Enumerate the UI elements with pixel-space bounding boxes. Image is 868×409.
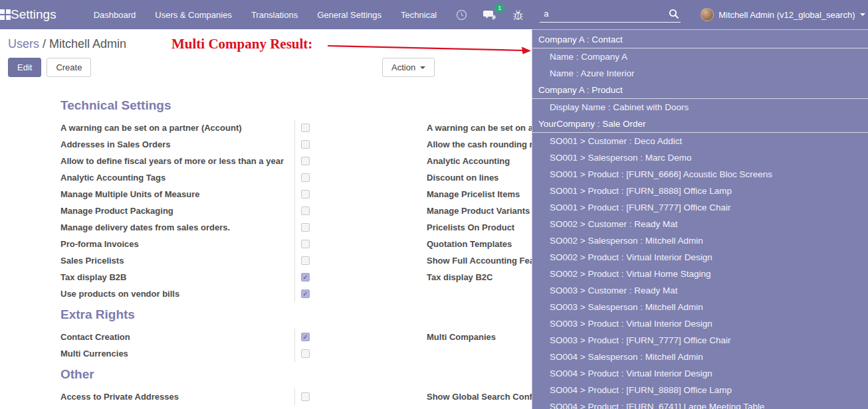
caret-down-icon — [860, 13, 865, 16]
apps-grid-icon — [0, 9, 11, 20]
setting-label: Multi Currencies — [60, 349, 294, 359]
search-result-item[interactable]: SO004 > Salesperson : Mitchell Admin — [532, 349, 868, 365]
setting-label: Manage delivery dates from sales orders. — [60, 222, 294, 232]
menu-item-users-companies[interactable]: Users & Companies — [155, 10, 232, 20]
row-divider — [294, 329, 295, 345]
row-divider — [294, 136, 295, 153]
setting-label: Pro-forma Invoices — [60, 239, 294, 249]
search-result-item[interactable]: SO003 > Product : Virtual Interior Desig… — [532, 315, 868, 332]
search-result-item[interactable]: SO001 > Salesperson : Marc Demo — [532, 149, 868, 166]
setting-row: Manage Product Packaging — [60, 203, 427, 219]
search-result-item[interactable]: SO004 > Product : [FURN_8888] Office Lam… — [532, 382, 868, 398]
setting-row: Tax display B2B✓ — [60, 269, 427, 286]
global-search-input[interactable] — [540, 7, 661, 22]
search-result-item[interactable]: SO001 > Product : [FURN_8888] Office Lam… — [532, 183, 868, 199]
setting-checkbox[interactable] — [301, 140, 310, 149]
breadcrumb-users-link[interactable]: Users — [8, 37, 39, 50]
avatar — [701, 8, 714, 21]
setting-label: A warning can be set on a partner (Accou… — [60, 123, 294, 133]
setting-row: Manage Multiple Units of Measure — [60, 186, 427, 203]
row-divider — [294, 252, 295, 269]
search-result-item[interactable]: SO004 > Product : Virtual Interior Desig… — [532, 365, 868, 382]
menu-item-general-settings[interactable]: General Settings — [317, 10, 381, 20]
search-result-item[interactable]: SO003 > Salesperson : Mitchell Admin — [532, 299, 868, 315]
row-divider — [294, 236, 295, 252]
setting-label: Analytic Accounting Tags — [60, 173, 294, 183]
setting-label: Access to Private Addresses — [60, 392, 294, 402]
debug-button[interactable] — [512, 9, 524, 21]
setting-checkbox[interactable] — [301, 256, 310, 265]
search-result-item[interactable]: SO002 > Customer : Ready Mat — [532, 216, 868, 232]
row-divider — [294, 120, 295, 136]
search-result-item[interactable]: SO002 > Salesperson : Mitchell Admin — [532, 232, 868, 249]
row-divider — [294, 345, 295, 362]
setting-label: Addresses in Sales Orders — [60, 139, 294, 149]
apps-menu-button[interactable] — [0, 9, 11, 20]
settings-column-left: Access to Private Addresses — [60, 388, 427, 405]
search-result-item[interactable]: SO003 > Product : [FURN_7777] Office Cha… — [532, 332, 868, 349]
search-result-item[interactable]: SO002 > Product : Virtual Home Staging — [532, 266, 868, 282]
menu-item-dashboard[interactable]: Dashboard — [94, 10, 136, 20]
caret-down-icon — [420, 66, 425, 69]
row-divider — [294, 286, 295, 302]
row-divider — [294, 388, 295, 405]
user-name: Mitchell Admin (v12_global_search) — [718, 10, 855, 20]
setting-checkbox[interactable]: ✓ — [301, 273, 310, 282]
search-result-item[interactable]: SO001 > Customer : Deco Addict — [532, 133, 868, 149]
setting-checkbox[interactable]: ✓ — [301, 333, 310, 341]
setting-checkbox[interactable] — [301, 123, 310, 132]
messages-button[interactable]: 1 — [483, 9, 496, 21]
search-result-category: Company A : Contact — [532, 31, 868, 48]
setting-checkbox[interactable] — [301, 157, 310, 165]
setting-row: Contact Creation✓ — [60, 329, 427, 345]
bug-icon — [512, 9, 524, 21]
search-icon[interactable] — [669, 9, 679, 19]
menu-item-translations[interactable]: Translations — [251, 10, 298, 20]
breadcrumb: Users / Mitchell Admin — [8, 37, 126, 51]
setting-label: Allow to define fiscal years of more or … — [60, 156, 294, 166]
search-result-item[interactable]: SO002 > Product : Virtual Interior Desig… — [532, 249, 868, 266]
action-label: Action — [391, 62, 415, 72]
row-divider — [294, 169, 295, 186]
settings-column-left: A warning can be set on a partner (Accou… — [60, 120, 427, 302]
activities-button[interactable] — [456, 9, 467, 21]
setting-checkbox[interactable] — [301, 173, 310, 182]
global-search-box — [540, 7, 681, 23]
setting-row: Allow to define fiscal years of more or … — [60, 153, 427, 169]
search-result-item[interactable]: Display Name : Cabinet with Doors — [532, 99, 868, 116]
annotation-text: Multi Company Result: — [171, 36, 312, 52]
setting-label: Tax display B2B — [60, 272, 294, 282]
global-search-results-dropdown: Company A : ContactName : Company AName … — [532, 29, 868, 409]
search-result-item[interactable]: SO004 > Product : [FURN_6741] Large Meet… — [532, 398, 868, 409]
search-result-item[interactable]: Name : Company A — [532, 48, 868, 65]
row-divider — [294, 203, 295, 219]
action-dropdown-button[interactable]: Action — [382, 58, 435, 77]
setting-checkbox[interactable] — [301, 240, 310, 248]
user-menu[interactable]: Mitchell Admin (v12_global_search) — [701, 8, 865, 21]
menu-item-technical[interactable]: Technical — [401, 10, 437, 20]
clock-icon — [456, 9, 467, 21]
search-result-item[interactable]: SO001 > Product : [FURN_6666] Acoustic B… — [532, 166, 868, 183]
setting-row: Sales Pricelists — [60, 252, 427, 269]
breadcrumb-separator: / — [39, 37, 49, 50]
setting-checkbox[interactable] — [301, 206, 310, 215]
top-navbar: Settings DashboardUsers & CompaniesTrans… — [0, 0, 868, 29]
setting-checkbox[interactable] — [301, 223, 310, 232]
setting-row: Manage delivery dates from sales orders. — [60, 219, 427, 236]
edit-button[interactable]: Edit — [8, 58, 41, 77]
setting-checkbox[interactable] — [301, 349, 310, 358]
setting-checkbox[interactable]: ✓ — [301, 289, 310, 298]
setting-row: Use products on vendor bills✓ — [60, 286, 427, 302]
setting-row: Addresses in Sales Orders — [60, 136, 427, 153]
setting-checkbox[interactable] — [301, 392, 310, 401]
breadcrumb-current: Mitchell Admin — [49, 37, 126, 50]
systray: 1 Mitchell Admin (v12_global_search) — [456, 7, 868, 23]
settings-column-left: Contact Creation✓Multi Currencies — [60, 329, 427, 362]
setting-row: A warning can be set on a partner (Accou… — [60, 120, 427, 136]
setting-row: Analytic Accounting Tags — [60, 169, 427, 186]
create-button[interactable]: Create — [47, 58, 91, 77]
setting-checkbox[interactable] — [301, 190, 310, 199]
search-result-item[interactable]: Name : Azure Interior — [532, 65, 868, 82]
search-result-item[interactable]: SO001 > Product : [FURN_7777] Office Cha… — [532, 199, 868, 216]
search-result-item[interactable]: SO003 > Customer : Ready Mat — [532, 282, 868, 299]
